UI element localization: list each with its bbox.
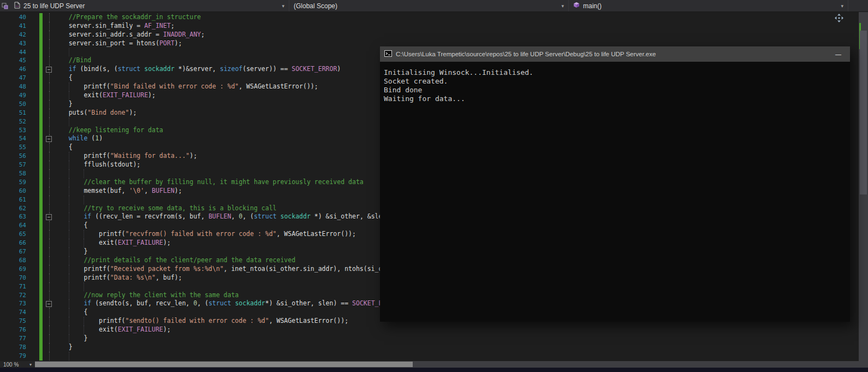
indent-guide <box>69 299 69 308</box>
code-token: "Bind failed with error code : %d" <box>110 82 239 90</box>
code-token: } <box>53 334 87 342</box>
code-token: EXIT_FAILURE <box>118 326 163 333</box>
code-token <box>53 13 69 21</box>
line-number: 61 <box>0 196 29 204</box>
indent-guide <box>69 212 69 221</box>
indent-guide <box>69 274 69 282</box>
code-token: //Prepare the sockaddr_in structure <box>69 13 201 21</box>
change-tracking-bar <box>39 13 43 22</box>
code-token: if <box>84 212 91 220</box>
chevron-down-icon: ▾ <box>29 362 32 367</box>
console-line: Socket created. <box>384 77 850 86</box>
code-line[interactable]: 40 //Prepare the sockaddr_in structure <box>0 13 859 22</box>
line-number: 54 <box>0 134 29 143</box>
change-tracking-bar <box>39 256 43 265</box>
code-token: BUFLEN <box>152 187 175 194</box>
horizontal-scrollbar-thumb[interactable] <box>35 362 413 367</box>
console-titlebar[interactable]: C:\Users\Luka Trempetic\source\repos\25 … <box>380 46 850 62</box>
chevron-down-icon: ▾ <box>561 3 564 9</box>
line-number: 52 <box>0 117 29 126</box>
change-tracking-bar <box>39 247 43 256</box>
console-line: Bind done <box>384 86 850 95</box>
code-token <box>277 212 281 220</box>
fold-collapse-icon[interactable]: − <box>46 67 52 73</box>
fold-margin <box>45 230 53 239</box>
code-line[interactable]: 76 exit(EXIT_FAILURE); <box>0 326 859 334</box>
fold-margin <box>45 274 53 282</box>
line-number: 79 <box>0 352 29 361</box>
minimize-button[interactable]: — <box>827 51 850 57</box>
code-line[interactable]: 42 server.sin_addr.s_addr = INADDR_ANY; <box>0 31 859 39</box>
code-text: exit(EXIT_FAILURE); <box>53 326 859 334</box>
change-tracking-bar <box>39 265 43 274</box>
indent-guide <box>69 178 69 187</box>
scope-dropdown-label: (Global Scope) <box>294 2 337 10</box>
code-text: server.sin_addr.s_addr = INADDR_ANY; <box>53 31 859 39</box>
line-number: 50 <box>0 100 29 109</box>
line-number: 58 <box>0 169 29 178</box>
fold-collapse-icon[interactable]: − <box>46 301 52 307</box>
code-token: printf( <box>53 317 126 324</box>
code-token <box>53 56 69 64</box>
change-tracking-bar <box>39 143 43 152</box>
code-token: ); <box>163 239 171 246</box>
change-tracking-bar <box>39 187 43 196</box>
vertical-scrollbar-thumb[interactable] <box>860 31 867 194</box>
code-token: BUFLEN <box>209 212 231 220</box>
fold-margin <box>45 161 53 169</box>
indent-guide <box>84 326 84 334</box>
line-number: 60 <box>0 187 29 196</box>
line-number: 77 <box>0 334 29 343</box>
member-dropdown[interactable]: main() ▾ <box>569 0 848 11</box>
change-tracking-bar <box>39 100 43 109</box>
code-token: exit( <box>53 239 118 246</box>
fold-margin <box>45 334 53 343</box>
code-token: { <box>53 221 87 229</box>
navbar-spacer <box>848 0 868 11</box>
fold-collapse-icon[interactable]: − <box>46 136 52 142</box>
window-split-icon <box>0 0 10 11</box>
indent-guide <box>69 117 69 126</box>
code-token: printf( <box>53 274 110 281</box>
change-tracking-bar <box>39 31 43 39</box>
code-token: printf( <box>53 152 110 160</box>
change-tracking-bar <box>39 56 43 65</box>
fold-margin <box>45 239 53 247</box>
code-line[interactable]: 78 } <box>0 343 859 352</box>
line-number: 70 <box>0 274 29 282</box>
fold-margin <box>45 74 53 82</box>
change-tracking-bar <box>39 161 43 169</box>
indent-guide <box>84 196 84 204</box>
code-line[interactable]: 41 server.sin_family = AF_INET; <box>0 22 859 31</box>
code-token: ( <box>87 134 95 142</box>
line-number: 75 <box>0 317 29 326</box>
change-tracking-bar <box>39 308 43 317</box>
zoom-control[interactable]: 100 % ▾ <box>0 361 35 368</box>
project-dropdown[interactable]: ++ 25 to life UDP Server ▾ <box>10 0 289 11</box>
code-line[interactable]: 79 <box>0 352 859 361</box>
change-tracking-bar <box>39 169 43 178</box>
indent-guide <box>69 230 69 239</box>
code-token: } <box>53 343 73 351</box>
indent-guide <box>69 308 69 317</box>
code-token: ; <box>201 31 205 38</box>
code-line[interactable]: 77 } <box>0 334 859 343</box>
vertical-scrollbar[interactable] <box>859 12 868 361</box>
line-number: 78 <box>0 343 29 352</box>
editor-bottom-bar: 100 % ▾ <box>0 361 868 368</box>
console-output[interactable]: Initialising Winsock...Initialised.Socke… <box>380 62 850 103</box>
fold-collapse-icon[interactable]: − <box>46 214 52 220</box>
scope-dropdown[interactable]: (Global Scope) ▾ <box>289 0 569 11</box>
indent-guide <box>69 291 69 300</box>
code-token: (server)) == <box>242 65 292 73</box>
code-token: ); <box>175 39 182 47</box>
code-token: } <box>53 100 73 108</box>
console-window[interactable]: C:\Users\Luka Trempetic\source\repos\25 … <box>380 46 850 322</box>
code-token <box>53 134 69 142</box>
zoom-level: 100 % <box>3 362 19 368</box>
fold-margin: − <box>45 134 53 143</box>
change-tracking-bar <box>39 196 43 204</box>
horizontal-scrollbar[interactable] <box>35 361 868 368</box>
code-token: ) <box>337 65 341 73</box>
change-tracking-bar <box>39 117 43 126</box>
